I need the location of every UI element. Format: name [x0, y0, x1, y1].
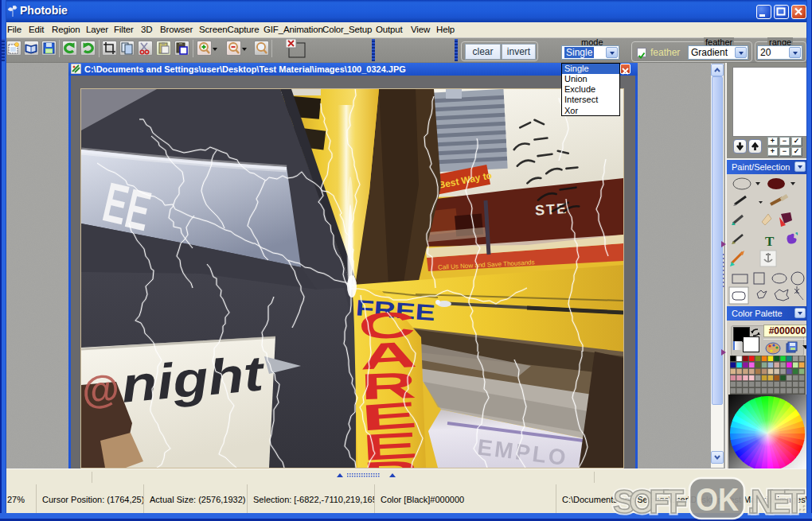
- svg-text:OK: OK: [696, 482, 739, 517]
- svg-text:T: T: [765, 234, 775, 249]
- svg-text:@: @: [81, 367, 121, 412]
- svg-text:.NET: .NET: [748, 483, 805, 520]
- svg-text:SOFT-: SOFT-: [613, 483, 687, 520]
- svg-text:STE: STE: [534, 200, 568, 219]
